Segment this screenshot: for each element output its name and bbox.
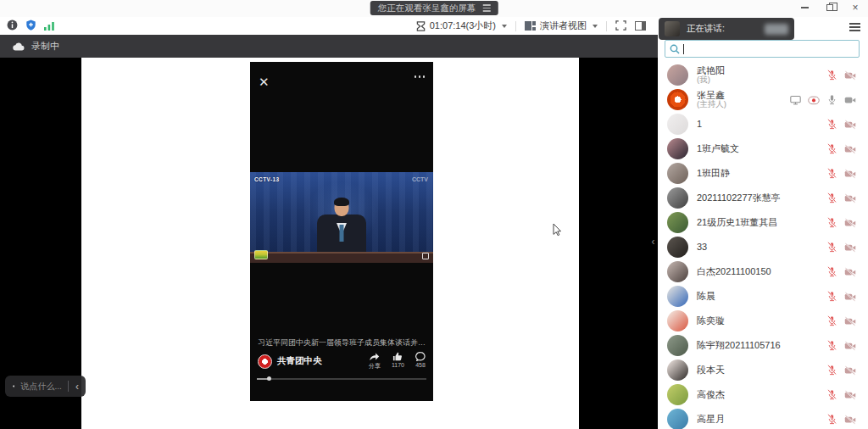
maximize-button[interactable] [824,2,836,14]
participant-avatar [667,359,688,381]
camera-off-icon [844,292,856,302]
comment-icon [415,352,426,361]
camera-icon [844,95,856,105]
toolbar-divider [515,21,516,31]
camera-off-icon [844,341,856,351]
close-icon[interactable]: ✕ [259,75,270,88]
participant-role: (主持人) [697,100,726,109]
info-icon[interactable] [7,19,18,34]
participant-avatar [667,138,688,159]
meeting-timer[interactable]: 01:07:14(3小时) [416,20,507,32]
participant-row[interactable]: 陈宇翔20211105716 [658,333,868,358]
participant-row[interactable]: 1 [658,112,868,136]
participant-name: 高星月 [697,414,725,425]
panel-menu-icon[interactable] [849,23,860,31]
video-progress-bar[interactable] [257,377,426,380]
participant-avatar [667,114,688,135]
participant-row[interactable]: 武艳阳 (我) [658,63,868,87]
participant-row[interactable]: 段本天 [658,358,868,382]
news-desk [250,252,433,263]
participant-name: 33 [697,242,707,253]
chat-input-bar[interactable]: 说点什么... ‹ [5,376,86,397]
participant-row[interactable]: 陈奕璇 [658,309,868,333]
view-mode-label: 演讲者视图 [540,20,587,32]
camera-off-icon [844,144,856,154]
view-mode-selector[interactable]: 演讲者视图 [525,20,598,32]
view-mode-caret-icon [593,25,598,28]
participant-name: 段本天 [697,365,725,376]
mic-muted-icon [826,70,837,81]
participant-status-icons [790,94,856,105]
share-button[interactable]: 分享 [369,352,381,370]
fullscreen-button[interactable] [615,19,626,34]
account-avatar[interactable] [258,354,272,369]
participant-status-icons [826,119,856,130]
security-shield-icon[interactable] [25,19,36,34]
screen-share-icon [790,95,801,105]
banner-menu-icon[interactable] [482,4,490,12]
like-button[interactable]: 1170 [392,352,404,370]
progress-knob[interactable] [267,376,271,381]
sidebar-collapse-handle[interactable]: ‹ [649,232,657,251]
recording-label: 录制中 [31,40,59,53]
participant-row[interactable]: 张呈鑫 (主持人) [658,87,868,112]
mic-muted-icon [826,192,837,203]
video-player[interactable]: ✕ CCTV-13 CCTV 习近平同团中央新一届领导班子成员集体谈话并发…> [250,62,433,401]
mic-muted-icon [826,340,837,351]
speaking-label: 正在讲话: [687,23,725,35]
video-caption[interactable]: 习近平同团中央新一届领导班子成员集体谈话并发…> [258,337,426,348]
timer-text: 01:07:14(3小时) [430,20,496,32]
mic-muted-icon [826,217,837,228]
news-video-frame[interactable]: CCTV-13 CCTV [250,172,433,263]
participant-row[interactable]: 1班卢毓文 [658,136,868,161]
mic-muted-icon [826,168,837,179]
participant-avatar [667,212,688,233]
participant-row[interactable]: 高星月 [658,407,868,429]
participant-row[interactable]: 高俊杰 [658,382,868,407]
program-badge [254,250,268,259]
mic-muted-icon [826,365,837,376]
chat-placeholder[interactable]: 说点什么... [20,381,61,393]
participant-avatar [667,384,688,405]
mic-muted-icon [826,266,837,277]
participant-name: 1班田静 [697,168,730,179]
emoji-icon[interactable] [13,381,14,392]
side-panel-toggle[interactable] [635,21,646,31]
camera-off-icon [844,193,856,203]
network-signal-icon[interactable] [44,19,55,34]
participant-row[interactable]: 21级历史1班董其昌 [658,210,868,235]
window-controls: × [798,0,861,15]
more-options-icon[interactable] [415,75,426,78]
text-caret [683,44,684,54]
speaker-avatar [665,21,680,36]
layout-icon [525,21,536,31]
like-count: 1170 [392,362,404,368]
participant-row[interactable]: 白杰20211100150 [658,259,868,284]
toolbar-left-icons [7,19,55,34]
mouse-cursor [553,223,562,240]
participant-row[interactable]: 1班田静 [658,161,868,186]
watching-banner[interactable]: 您正在观看张呈鑫的屏幕 [370,1,498,15]
participant-row[interactable]: 20211102277张慧亭 [658,186,868,210]
shared-screen-stage: 录制中 ✕ CCTV-13 CCTV 习近平同团中 [0,35,658,429]
search-icon [670,44,680,54]
comment-button[interactable]: 458 [415,352,426,370]
share-icon [369,352,380,361]
participant-status-icons [826,168,856,179]
minimize-button[interactable] [798,2,810,14]
camera-off-icon [844,316,856,326]
expand-icon[interactable] [422,253,429,259]
close-button[interactable]: × [849,2,861,14]
participant-name: 陈宇翔20211105716 [697,340,781,351]
mic-muted-icon [826,414,837,425]
participant-name: 白杰20211100150 [697,266,771,277]
participant-search-input[interactable] [665,40,860,58]
chat-collapse-icon[interactable]: ‹ [74,382,81,392]
participant-status-icons [826,143,856,154]
participant-row[interactable]: 陈晨 [658,284,868,309]
meeting-toolbar: 01:07:14(3小时) 演讲者视图 [0,17,658,35]
participant-row[interactable]: 33 [658,235,868,259]
account-name[interactable]: 共青团中央 [277,355,322,367]
participant-avatar [667,335,688,356]
channel-badge: CCTV-13 [254,176,280,182]
